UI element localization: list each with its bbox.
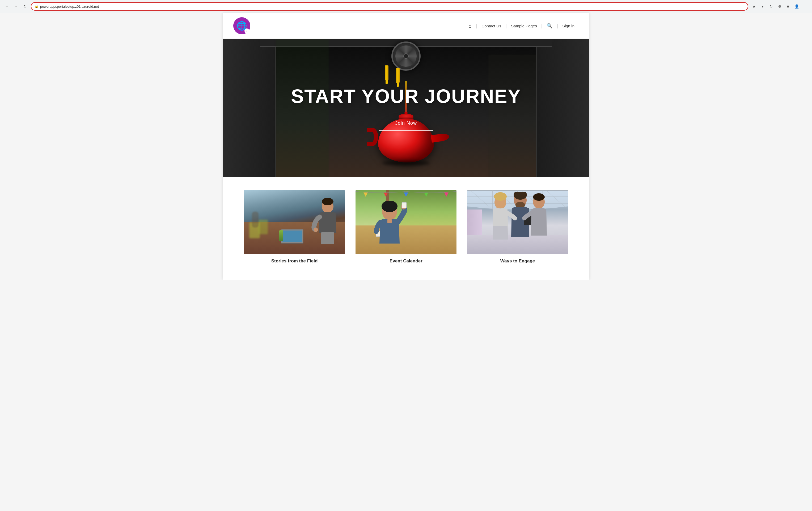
- lock-icon: 🔒: [34, 4, 38, 8]
- engage-people-svg: [483, 192, 552, 250]
- home-nav-button[interactable]: ⌂: [464, 23, 476, 29]
- account-icon[interactable]: 👤: [793, 3, 800, 10]
- card-engage-label: Ways to Engage: [500, 259, 535, 264]
- back-button[interactable]: ←: [3, 3, 11, 10]
- svg-rect-10: [387, 219, 392, 223]
- site-nav: ⌂ | Contact Us | Sample Pages | 🔍 | Sign…: [464, 23, 579, 29]
- site-logo: 🌐 ↓: [233, 17, 250, 34]
- contact-us-link[interactable]: Contact Us: [477, 24, 505, 28]
- svg-point-22: [494, 192, 507, 201]
- reload-button[interactable]: ↻: [21, 3, 29, 10]
- hero-overlay: START YOUR JOURNEY Join Now: [223, 39, 589, 177]
- browser-actions: ★ ● ↻ ⚙ ■ 👤 ⋮: [750, 3, 809, 10]
- profile-icon[interactable]: ●: [759, 3, 766, 10]
- sync-icon[interactable]: ↻: [767, 3, 775, 10]
- website-container: 🌐 ↓ ⌂ | Contact Us | Sample Pages | 🔍 | …: [223, 13, 589, 280]
- site-header: 🌐 ↓ ⌂ | Contact Us | Sample Pages | 🔍 | …: [223, 13, 589, 39]
- card-events-visual: [355, 190, 457, 254]
- download-badge-icon: ↓: [244, 28, 249, 33]
- card-engage: Ways to Engage: [467, 190, 568, 264]
- svg-point-6: [382, 201, 398, 212]
- card-engage-image: [467, 190, 568, 254]
- events-person-svg: [366, 201, 413, 254]
- bg-chair-2: [259, 220, 268, 234]
- search-button[interactable]: 🔍: [542, 23, 557, 29]
- svg-point-28: [533, 193, 545, 201]
- corridor-wall: [467, 210, 482, 235]
- card-events: Event Calender: [355, 190, 457, 264]
- address-bar[interactable]: 🔒 powerappsportalsetup.z01.azurefd.net: [31, 2, 748, 11]
- card-stories: Stories from the Field: [244, 190, 345, 264]
- card-events-image: [355, 190, 457, 254]
- bunting-string: [355, 190, 457, 196]
- nav-buttons: ← → ↻: [3, 3, 29, 10]
- forward-button[interactable]: →: [12, 3, 20, 10]
- card-stories-image: [244, 190, 345, 254]
- svg-point-2: [314, 227, 318, 232]
- hero-title: START YOUR JOURNEY: [291, 85, 521, 107]
- bg-person: [252, 212, 259, 227]
- extensions-icon[interactable]: ■: [784, 3, 792, 10]
- card-stories-label: Stories from the Field: [271, 259, 318, 264]
- settings-icon[interactable]: ⚙: [776, 3, 783, 10]
- laptop-screen: [283, 231, 302, 242]
- join-now-button[interactable]: Join Now: [379, 116, 433, 131]
- menu-icon[interactable]: ⋮: [801, 3, 809, 10]
- bookmark-icon[interactable]: ★: [750, 3, 758, 10]
- stories-person-svg: [308, 198, 340, 246]
- card-events-label: Event Calender: [389, 259, 423, 264]
- sample-pages-link[interactable]: Sample Pages: [507, 24, 541, 28]
- svg-rect-8: [402, 202, 407, 208]
- stories-laptop: [281, 229, 303, 244]
- card-stories-visual: [244, 190, 345, 254]
- url-text: powerappsportalsetup.z01.azurefd.net: [40, 4, 745, 8]
- svg-rect-4: [327, 232, 334, 244]
- logo-circle: 🌐 ↓: [233, 17, 250, 34]
- card-engage-visual: [467, 190, 568, 254]
- cards-section: Stories from the Field: [223, 177, 589, 280]
- bottle: [279, 230, 283, 241]
- hero-section: START YOUR JOURNEY Join Now: [223, 39, 589, 177]
- browser-chrome: ← → ↻ 🔒 powerappsportalsetup.z01.azurefd…: [0, 0, 812, 13]
- svg-rect-9: [402, 202, 406, 203]
- sign-in-link[interactable]: Sign in: [558, 24, 579, 28]
